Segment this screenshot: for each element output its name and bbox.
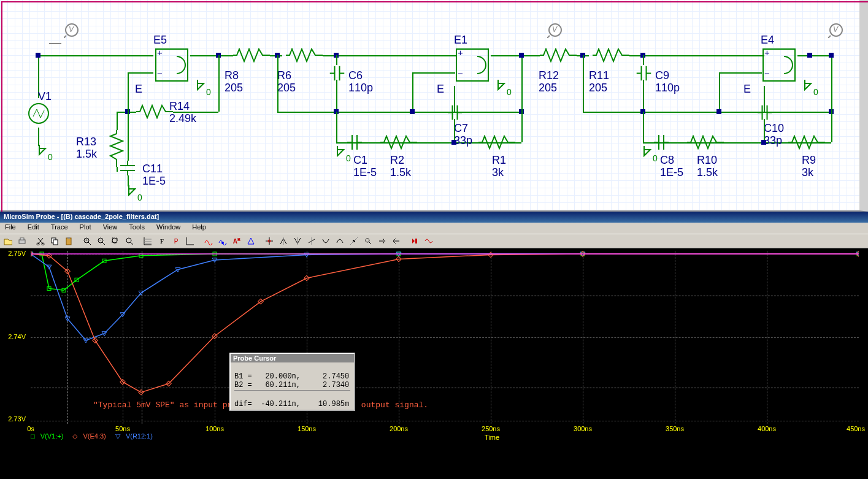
component-label: V1	[38, 91, 52, 103]
menu-trace[interactable]: Trace	[46, 222, 73, 232]
schematic-node	[829, 53, 834, 58]
x-tick: 450ns	[847, 425, 865, 432]
component-value: E	[743, 83, 751, 96]
menu-tools[interactable]: Tools	[124, 222, 150, 232]
open-icon[interactable]	[1, 235, 15, 247]
cursor-slope-icon[interactable]	[305, 235, 318, 247]
component-value: 1.5k	[390, 167, 411, 179]
capacitor	[635, 66, 651, 81]
menu-edit[interactable]: Edit	[23, 222, 44, 232]
ground-symbol: 0	[32, 145, 47, 156]
cut-icon[interactable]	[34, 235, 47, 247]
zoom-out-icon[interactable]: -	[94, 235, 108, 247]
component-value: 205	[539, 82, 557, 94]
component-value: 205	[277, 82, 296, 94]
resistor	[478, 135, 515, 151]
fft-icon[interactable]: F	[155, 235, 169, 247]
component-label: R2	[390, 155, 404, 167]
sim-wave-icon[interactable]	[422, 235, 436, 247]
log-y-icon[interactable]	[183, 235, 197, 247]
x-tick: 350ns	[666, 425, 684, 432]
resistor	[687, 135, 724, 151]
svg-rect-43	[53, 240, 58, 245]
cursor-toggle-icon[interactable]	[263, 235, 276, 247]
component-label: R8	[225, 70, 239, 82]
zoom-area-icon[interactable]	[109, 235, 122, 247]
zoom-in-icon[interactable]: +	[80, 235, 94, 247]
component-value: 33p	[454, 135, 472, 147]
probe-titlebar[interactable]: MicroSim Probe - [(B) cascade_2pole_filt…	[0, 212, 868, 223]
svg-rect-44	[66, 238, 71, 245]
svg-line-1	[64, 36, 66, 38]
voltage-probe-icon: V	[547, 22, 563, 38]
eval-icon[interactable]	[216, 235, 229, 247]
component-label: C1	[353, 155, 367, 167]
plot-area[interactable]: 2.75V 2.74V 2.73V 0s 50ns 100ns 150ns 20…	[0, 248, 868, 442]
schematic-node	[519, 53, 524, 58]
pin-plus: +	[458, 48, 463, 58]
component-label: R9	[802, 155, 816, 167]
cursor-prev-icon[interactable]	[390, 235, 403, 247]
cursor-next-icon[interactable]	[375, 235, 389, 247]
component-value: 2.49k	[169, 113, 196, 125]
pin-plus: +	[157, 48, 163, 58]
svg-point-54	[126, 238, 131, 243]
schematic-canvas[interactable]: V V1 0 R13 1.5k R14 2.49k C11 1E-5 0	[0, 0, 868, 212]
cursor-point-icon[interactable]	[347, 235, 361, 247]
schematic-node	[761, 140, 766, 145]
menu-view[interactable]: View	[98, 222, 123, 232]
y-tick: 2.74V	[2, 333, 26, 340]
menu-window[interactable]: Window	[152, 222, 185, 232]
svg-line-22	[547, 36, 550, 38]
menu-plot[interactable]: Plot	[75, 222, 96, 232]
cursor-min-icon[interactable]	[319, 235, 332, 247]
pin-minus: −	[157, 69, 163, 79]
component-label: R13	[76, 136, 96, 148]
resistor	[540, 48, 577, 64]
menu-help[interactable]: Help	[187, 222, 211, 232]
menu-file[interactable]: File	[0, 222, 21, 232]
cursor-max-icon[interactable]	[333, 235, 347, 247]
resistor	[593, 48, 629, 64]
x-tick: 300ns	[574, 425, 592, 432]
cursor-peak-icon[interactable]	[277, 235, 290, 247]
copy-icon[interactable]	[48, 235, 61, 247]
probe-cursor-box[interactable]: Probe Cursor B1 = 20.000n, 2.7450 B2 = 6…	[229, 353, 355, 411]
cursor-trough-icon[interactable]	[291, 235, 304, 247]
schematic-node	[716, 109, 721, 114]
component-label: C6	[348, 70, 363, 82]
sim-icon[interactable]	[408, 235, 421, 247]
ground-symbol: 0	[491, 80, 505, 91]
mark-icon[interactable]	[244, 235, 258, 247]
component-value: 1E-5	[353, 167, 377, 179]
voltage-probe-icon: V	[64, 22, 80, 38]
text-icon[interactable]: AB	[230, 235, 244, 247]
svg-text:-: -	[99, 238, 101, 242]
probe-window: MicroSim Probe - [(B) cascade_2pole_filt…	[0, 212, 868, 479]
svg-rect-66	[415, 239, 417, 243]
menubar[interactable]: File Edit Trace Plot View Tools Window H…	[0, 223, 868, 234]
perf-icon[interactable]: P	[169, 235, 183, 247]
x-tick: 150ns	[298, 425, 316, 432]
cursor-search-icon[interactable]	[361, 235, 375, 247]
resistor	[136, 104, 173, 121]
voltage-probe-icon: V	[828, 22, 844, 38]
capacitor	[654, 135, 669, 151]
zoom-fit-icon[interactable]	[123, 235, 136, 247]
resistor	[788, 135, 825, 151]
add-trace-icon[interactable]	[202, 235, 215, 247]
paste-icon[interactable]	[62, 235, 75, 247]
print-icon[interactable]	[15, 235, 29, 247]
pin-minus: −	[458, 69, 463, 79]
component-value: 1E-5	[660, 167, 683, 179]
schematic-node	[807, 53, 812, 58]
component-label: R14	[169, 101, 190, 113]
ground-symbol: 0	[190, 80, 205, 91]
component-label: E1	[454, 34, 467, 47]
log-x-icon[interactable]	[141, 235, 155, 247]
x-axis-label: Time	[485, 434, 499, 441]
plot-legend[interactable]: □ V(V1:+) ◇ V(E4:3) ▽ V(R12:1)	[31, 432, 160, 437]
probe-cursor-title: Probe Cursor	[231, 354, 354, 362]
capacitor	[120, 161, 135, 177]
component-value: 3k	[802, 167, 813, 179]
